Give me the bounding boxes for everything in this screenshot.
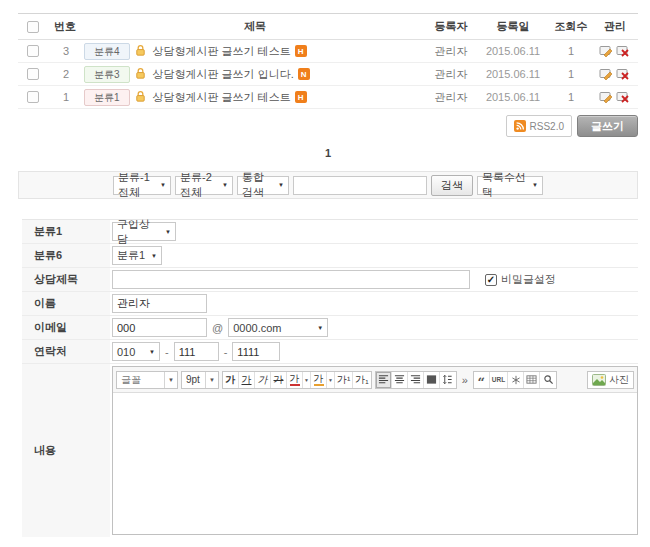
delete-post-icon[interactable]	[616, 44, 631, 58]
post-date: 2015.06.11	[476, 91, 550, 103]
rss-button-label: RSS2.0	[530, 121, 564, 132]
email-at-separator: @	[212, 322, 223, 334]
filter1-select[interactable]: 분류-1전체 ▼	[113, 176, 171, 195]
more-tools-button[interactable]: »	[460, 374, 470, 386]
list-count-label: 목록수선택	[482, 170, 527, 200]
font-size-select[interactable]: 9pt ▼	[181, 371, 219, 389]
delete-post-icon[interactable]	[616, 67, 631, 81]
header-manage: 관리	[592, 19, 638, 34]
post-number: 3	[48, 45, 84, 57]
align-right-button[interactable]	[408, 372, 424, 388]
editor-content-area[interactable]	[113, 393, 637, 534]
phone-last-input[interactable]	[232, 342, 280, 361]
secret-post-checkbox[interactable]: ✓	[485, 274, 497, 286]
align-justify-button[interactable]	[424, 372, 440, 388]
rss-icon	[514, 120, 526, 132]
special-char-button[interactable]	[508, 372, 524, 388]
row-checkbox[interactable]	[27, 68, 39, 80]
align-left-button[interactable]	[376, 372, 392, 388]
phone-prefix-select[interactable]: 010 ▼	[112, 342, 160, 361]
url-label: URL	[492, 376, 505, 383]
delete-post-icon[interactable]	[616, 90, 631, 104]
chevron-down-icon: ▼	[165, 229, 171, 235]
blockquote-button[interactable]: “	[474, 372, 490, 388]
board-page: 번호 제목 등록자 등록일 조회수 관리 3 분류4 상담형게시판 글쓰기 테스…	[0, 0, 650, 537]
italic-button[interactable]: 가	[255, 372, 271, 388]
phone-mid-input[interactable]	[174, 342, 219, 361]
post-number: 1	[48, 91, 84, 103]
table-row: 3 분류4 상담형게시판 글쓰기 테스트 H 관리자 2015.06.11 1	[18, 40, 638, 63]
quote-icon: “	[478, 379, 485, 387]
category6-select[interactable]: 분류1 ▼	[112, 246, 162, 265]
consult-title-input[interactable]	[112, 270, 470, 289]
font-color-button[interactable]: 가	[287, 372, 303, 388]
name-input[interactable]	[112, 294, 207, 313]
insert-button-group: “ URL	[473, 371, 557, 389]
hot-badge-icon: H	[295, 45, 307, 57]
post-list-table: 번호 제목 등록자 등록일 조회수 관리 3 분류4 상담형게시판 글쓰기 테스…	[18, 13, 638, 109]
search-button[interactable]: 검색	[431, 175, 473, 196]
email-domain-select[interactable]: 0000.com ▼	[228, 318, 328, 337]
phone-dash: -	[224, 346, 228, 358]
asterisk-icon	[511, 375, 521, 385]
photo-button[interactable]: 사진	[587, 371, 634, 389]
chevron-down-icon: ▼	[151, 253, 157, 259]
font-color-caret-icon[interactable]: ▼	[303, 372, 311, 388]
write-button[interactable]: 글쓰기	[577, 115, 638, 137]
post-title-link[interactable]: 상담형게시판 글쓰기 입니다.	[153, 67, 294, 82]
form-row-category6: 분류6 분류1 ▼	[22, 244, 638, 268]
highlight-glyph: 가	[314, 374, 324, 386]
post-title-link[interactable]: 상담형게시판 글쓰기 테스트	[153, 44, 291, 59]
category-chip[interactable]: 분류4	[84, 43, 130, 60]
url-button[interactable]: URL	[490, 372, 508, 388]
line-height-button[interactable]	[440, 372, 456, 388]
row-checkbox[interactable]	[27, 45, 39, 57]
row-checkbox[interactable]	[27, 91, 39, 103]
page-number[interactable]: 1	[321, 147, 335, 159]
email-domain-value: 0000.com	[233, 322, 281, 334]
select-all-checkbox[interactable]	[27, 21, 39, 33]
post-views: 1	[550, 45, 592, 57]
chevron-down-icon: ▼	[164, 372, 177, 388]
list-count-select[interactable]: 목록수선택 ▼	[477, 176, 543, 195]
highlight-color-button[interactable]: 가	[311, 372, 327, 388]
underline-button[interactable]: 가	[239, 372, 255, 388]
search-scope-select[interactable]: 통합검색 ▼	[237, 176, 289, 195]
filter1-label: 분류-1전체	[118, 170, 155, 200]
format-button-group: 가 가 가 가 가 ▼ 가 ▼ 가¹ 가₁	[222, 371, 372, 389]
highlight-caret-icon[interactable]: ▼	[327, 372, 335, 388]
category-chip[interactable]: 분류1	[84, 89, 130, 106]
superscript-button[interactable]: 가¹	[335, 372, 353, 388]
chevron-down-icon: ▼	[160, 182, 166, 188]
edit-post-icon[interactable]	[599, 90, 614, 104]
search-zoom-button[interactable]	[540, 372, 556, 388]
subscript-button[interactable]: 가₁	[353, 372, 370, 388]
align-center-button[interactable]	[392, 372, 408, 388]
pagination: 1	[18, 147, 638, 163]
header-number: 번호	[48, 19, 84, 34]
table-button[interactable]	[524, 372, 540, 388]
filter2-select[interactable]: 분류-2전체 ▼	[175, 176, 233, 195]
chevron-down-icon: ▼	[222, 182, 228, 188]
category-chip[interactable]: 분류3	[84, 66, 130, 83]
post-views: 1	[550, 91, 592, 103]
post-title-link[interactable]: 상담형게시판 글쓰기 테스트	[153, 90, 291, 105]
table-icon	[526, 374, 537, 385]
category1-select[interactable]: 구입상담 ▼	[112, 222, 176, 241]
editor-toolbar: 글꼴 ▼ 9pt ▼ 가 가 가 가 가	[113, 367, 637, 393]
edit-post-icon[interactable]	[599, 67, 614, 81]
strikethrough-button[interactable]: 가	[271, 372, 287, 388]
edit-post-icon[interactable]	[599, 44, 614, 58]
list-actions: RSS2.0 글쓰기	[18, 115, 638, 137]
font-family-select[interactable]: 글꼴 ▼	[116, 371, 178, 389]
post-views: 1	[550, 68, 592, 80]
post-date: 2015.06.11	[476, 68, 550, 80]
bold-button[interactable]: 가	[223, 372, 239, 388]
search-bar: 분류-1전체 ▼ 분류-2전체 ▼ 통합검색 ▼ 검색 목록수선택 ▼	[18, 171, 638, 199]
email-id-input[interactable]	[112, 318, 207, 337]
lock-icon	[134, 67, 149, 81]
rss-button[interactable]: RSS2.0	[506, 115, 572, 137]
search-input[interactable]	[293, 176, 427, 195]
header-author: 등록자	[426, 19, 476, 34]
phone-label: 연락처	[22, 340, 110, 363]
